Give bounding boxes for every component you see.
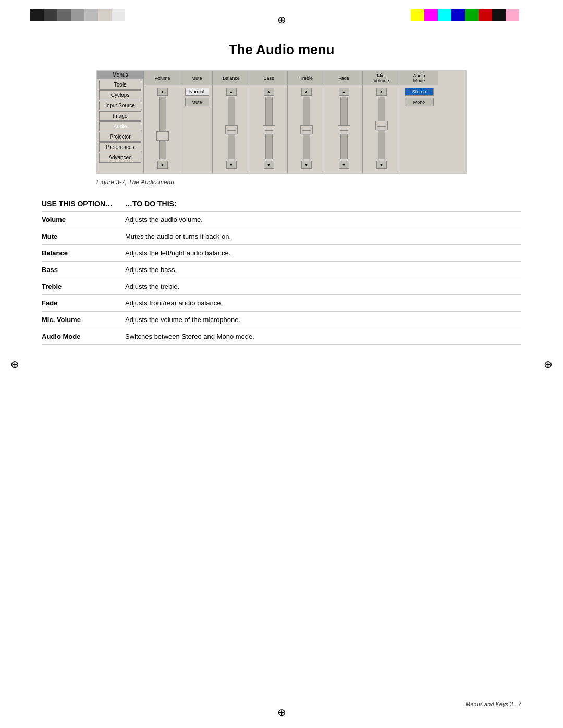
bass-down-arrow[interactable]: ▼ [264, 161, 274, 169]
treble-track-area: ▲ ▼ [288, 85, 325, 171]
color-swatch [506, 9, 519, 21]
fade-header: Fade [325, 71, 362, 85]
stereo-button[interactable]: Stereo [405, 88, 434, 96]
footer-text: Menus and Keys 3 - 7 [466, 701, 521, 707]
bass-thumb[interactable] [263, 125, 275, 134]
table-row: Audio ModeSwitches between Stereo and Mo… [42, 328, 521, 345]
top-bar: ⊕ [0, 0, 563, 36]
menu-item-cyclops[interactable]: Cyclops [99, 90, 141, 100]
bottom-reg-mark: ⊕ [277, 706, 286, 719]
color-swatch [465, 9, 479, 21]
fade-track [340, 97, 348, 159]
volume-track-area: ▲ ▼ [144, 85, 181, 171]
volume-header: Volume [144, 71, 181, 85]
volume-slider-col: Volume ▲ ▼ [144, 71, 181, 173]
option-description: Adjusts the volume of the microphone. [125, 312, 521, 328]
color-swatch [438, 9, 451, 21]
option-description: Switches between Stereo and Mono mode. [125, 328, 521, 345]
screenshot-container: Menus ToolsCyclopsInput SourceImageAudio… [96, 70, 467, 174]
menu-items: ToolsCyclopsInput SourceImageAudioProjec… [97, 79, 143, 163]
balance-down-arrow[interactable]: ▼ [226, 161, 237, 169]
table-header-col2: …TO DO THIS: [125, 196, 521, 212]
option-label: Balance [42, 245, 125, 262]
treble-thumb[interactable] [300, 125, 313, 134]
fade-down-arrow[interactable]: ▼ [339, 161, 349, 169]
menu-item-projector[interactable]: Projector [99, 132, 141, 142]
fade-thumb[interactable] [338, 125, 350, 134]
audio-mode-header: Audio Mode [400, 71, 438, 85]
color-swatch [84, 9, 98, 21]
treble-track [303, 97, 310, 159]
mic-volume-up-arrow[interactable]: ▲ [376, 88, 387, 96]
bass-track [265, 97, 273, 159]
right-color-swatches [411, 9, 533, 21]
right-reg-mark: ⊕ [544, 358, 553, 371]
mono-button[interactable]: Mono [405, 98, 434, 106]
fade-up-arrow[interactable]: ▲ [339, 88, 349, 96]
mute-col: Mute Normal Mute [181, 71, 213, 173]
mic-volume-down-arrow[interactable]: ▼ [376, 161, 387, 169]
balance-up-arrow[interactable]: ▲ [226, 88, 237, 96]
table-row: BalanceAdjusts the left/right audio bala… [42, 245, 521, 262]
mic-volume-thumb[interactable] [375, 121, 388, 130]
table-body: VolumeAdjusts the audio volume.MuteMutes… [42, 212, 521, 345]
mic-volume-header: Mic. Volume [363, 71, 400, 85]
option-label: Mute [42, 228, 125, 245]
table-row: Mic. VolumeAdjusts the volume of the mic… [42, 312, 521, 328]
color-swatch [424, 9, 438, 21]
fade-track-area: ▲ ▼ [325, 85, 362, 171]
menu-item-preferences[interactable]: Preferences [99, 142, 141, 152]
volume-thumb[interactable] [156, 131, 169, 141]
mic-volume-track-area: ▲ ▼ [363, 85, 400, 171]
color-swatch [30, 9, 44, 21]
table-row: MuteMutes the audio or turns it back on. [42, 228, 521, 245]
color-swatch [411, 9, 424, 21]
left-color-swatches [30, 9, 125, 21]
mic-volume-track [378, 97, 385, 159]
treble-down-arrow[interactable]: ▼ [301, 161, 312, 169]
option-label: Bass [42, 262, 125, 278]
volume-down-arrow[interactable]: ▼ [157, 161, 168, 169]
balance-track-area: ▲ ▼ [213, 85, 250, 171]
menu-item-advanced[interactable]: Advanced [99, 153, 141, 163]
options-table: USE THIS OPTION… …TO DO THIS: VolumeAdju… [42, 196, 521, 345]
color-swatch [479, 9, 492, 21]
color-swatch [71, 9, 84, 21]
table-row: FadeAdjusts front/rear audio balance. [42, 295, 521, 312]
option-description: Adjusts the left/right audio balance. [125, 245, 521, 262]
bass-header: Bass [250, 71, 287, 85]
mute-header: Mute [181, 71, 212, 85]
mute-button[interactable]: Mute [185, 98, 209, 106]
normal-button[interactable]: Normal [185, 88, 209, 96]
treble-header: Treble [288, 71, 325, 85]
treble-up-arrow[interactable]: ▲ [301, 88, 312, 96]
color-swatch [451, 9, 465, 21]
menu-item-input-source[interactable]: Input Source [99, 101, 141, 110]
bass-up-arrow[interactable]: ▲ [264, 88, 274, 96]
volume-up-arrow[interactable]: ▲ [157, 88, 168, 96]
menu-item-image[interactable]: Image [99, 111, 141, 121]
color-swatch [44, 9, 57, 21]
option-description: Adjusts front/rear audio balance. [125, 295, 521, 312]
balance-slider-col: Balance ▲ ▼ [213, 71, 250, 173]
option-description: Mutes the audio or turns it back on. [125, 228, 521, 245]
bass-track-area: ▲ ▼ [250, 85, 287, 171]
menu-item-tools[interactable]: Tools [99, 80, 141, 90]
balance-header: Balance [213, 71, 250, 85]
treble-slider-col: Treble ▲ ▼ [288, 71, 325, 173]
volume-track [159, 97, 166, 159]
color-swatch [57, 9, 71, 21]
table-row: TrebleAdjusts the treble. [42, 278, 521, 295]
menu-panel-header: Menus [97, 71, 143, 79]
bass-slider-col: Bass ▲ ▼ [250, 71, 288, 173]
top-center-reg: ⊕ [277, 14, 286, 26]
color-swatch [98, 9, 112, 21]
mic-volume-slider-col: Mic. Volume ▲ ▼ [363, 71, 400, 173]
menu-panel: Menus ToolsCyclopsInput SourceImageAudio… [97, 71, 144, 173]
table-row: VolumeAdjusts the audio volume. [42, 212, 521, 228]
option-description: Adjusts the audio volume. [125, 212, 521, 228]
menu-item-audio[interactable]: Audio [99, 121, 141, 131]
option-description: Adjusts the bass. [125, 262, 521, 278]
balance-thumb[interactable] [225, 125, 238, 134]
option-label: Audio Mode [42, 328, 125, 345]
